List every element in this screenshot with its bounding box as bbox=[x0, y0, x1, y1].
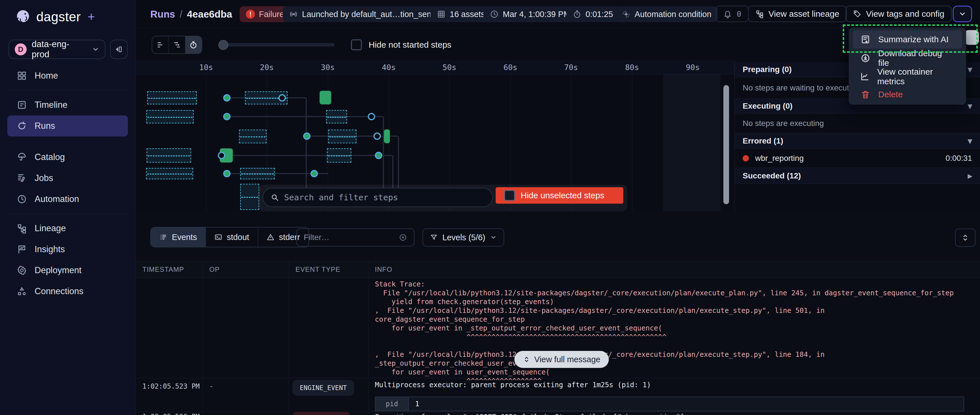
notifications-button[interactable]: 0 bbox=[716, 6, 749, 22]
clock-icon bbox=[490, 10, 499, 19]
step-bar-planned[interactable] bbox=[240, 184, 259, 210]
tab-stdout[interactable]: stdout bbox=[206, 228, 258, 247]
expand-log-panel-button[interactable] bbox=[955, 229, 975, 247]
sidebar-item-lineage[interactable]: Lineage bbox=[0, 218, 135, 239]
hide-not-started-checkbox[interactable] bbox=[351, 40, 362, 50]
breadcrumb-separator: / bbox=[180, 8, 183, 20]
section-title: Succeeded (12) bbox=[743, 171, 801, 180]
sidebar-item-label: Runs bbox=[35, 121, 55, 131]
event-info: Execution of run for "__ASSET_JOB" faile… bbox=[375, 413, 684, 415]
sidebar-divider bbox=[7, 90, 128, 91]
view-asset-lineage-button[interactable]: View asset lineage bbox=[748, 6, 847, 22]
axis-tick: 60s bbox=[504, 63, 517, 72]
view-full-message-button[interactable]: View full message bbox=[514, 351, 609, 368]
step-bar-planned[interactable] bbox=[146, 168, 193, 179]
event-timestamp: 1:02:05.523 PM bbox=[142, 382, 200, 390]
view-tags-config-button[interactable]: View tags and config bbox=[846, 6, 951, 22]
levels-label: Levels (5/6) bbox=[442, 233, 485, 242]
step-marker-ring bbox=[218, 152, 225, 159]
sidebar-item-home[interactable]: Home bbox=[0, 65, 135, 86]
menu-item-summarize-ai[interactable]: Summarize with AI bbox=[853, 30, 962, 48]
sidebar-item-label: Jobs bbox=[35, 173, 53, 183]
step-bar-succeeded[interactable] bbox=[320, 91, 331, 104]
log-filter-input[interactable]: Filter… bbox=[296, 228, 415, 246]
dependency-line bbox=[306, 98, 307, 190]
sidebar-item-label: Insights bbox=[35, 244, 65, 254]
gantt-zoom-slider-track[interactable] bbox=[222, 43, 335, 46]
step-bar-planned[interactable] bbox=[327, 148, 352, 163]
sensor-icon bbox=[289, 10, 298, 19]
run-actions-menu-button[interactable] bbox=[953, 6, 972, 22]
section-succeeded[interactable]: Succeeded (12) ▸ bbox=[735, 168, 980, 184]
gantt-zoom-slider-knob[interactable] bbox=[218, 40, 228, 50]
axis-tick: 50s bbox=[443, 63, 457, 72]
row-divider bbox=[135, 378, 980, 378]
flat-view-button[interactable] bbox=[152, 36, 169, 53]
menu-item-download-debug[interactable]: Download debug file bbox=[853, 49, 962, 67]
gantt-view-toggle bbox=[152, 36, 202, 54]
asset-lineage-icon bbox=[756, 10, 764, 18]
sidebar-item-runs[interactable]: Runs bbox=[7, 115, 128, 136]
sidebar-item-connections[interactable]: Connections bbox=[0, 281, 135, 302]
sidebar-item-timeline[interactable]: Timeline bbox=[0, 94, 135, 115]
sidebar-item-automation[interactable]: Automation bbox=[0, 188, 135, 210]
sidebar-item-insights[interactable]: Insights bbox=[0, 239, 135, 260]
step-marker-filled bbox=[310, 170, 318, 177]
warning-triangle-icon bbox=[267, 233, 275, 241]
gantt-gridline bbox=[632, 74, 632, 211]
col-op: OP bbox=[209, 265, 220, 273]
assets-grid-icon bbox=[437, 10, 446, 19]
errored-step-row[interactable]: wbr_reporting 0:00:31 bbox=[735, 148, 980, 168]
step-marker-filled bbox=[223, 170, 231, 177]
sidebar-item-deployment[interactable]: Deployment bbox=[0, 260, 135, 281]
deployment-name: data-eng-prod bbox=[32, 39, 87, 59]
sidebar-item-catalog[interactable]: Catalog bbox=[0, 147, 135, 168]
waterfall-view-button[interactable] bbox=[169, 36, 185, 53]
step-marker-ring bbox=[374, 132, 381, 140]
clear-filter-icon[interactable] bbox=[399, 233, 407, 242]
breadcrumb-runs-link[interactable]: Runs bbox=[150, 8, 175, 20]
gantt-filter-overlay: Search and filter steps Hide unselected … bbox=[259, 185, 627, 211]
logo-plus: + bbox=[88, 10, 95, 24]
column-divider bbox=[289, 261, 289, 415]
hide-unselected-label: Hide unselected steps bbox=[520, 191, 604, 200]
automation-condition-tag[interactable]: Automation condition bbox=[615, 6, 718, 22]
axis-tick: 70s bbox=[564, 63, 578, 72]
sidebar-item-label: Home bbox=[35, 71, 58, 81]
step-bar-planned[interactable] bbox=[146, 148, 191, 163]
terminal-icon bbox=[215, 233, 222, 241]
gantt-scrollbar-thumb[interactable] bbox=[723, 85, 729, 204]
deployment-switcher[interactable]: D data-eng-prod bbox=[8, 40, 105, 59]
hide-unselected-checkbox[interactable] bbox=[504, 190, 515, 201]
catalog-icon bbox=[16, 152, 27, 163]
step-bar-succeeded[interactable] bbox=[384, 129, 390, 143]
view-tags-config-label: View tags and config bbox=[866, 9, 944, 19]
dagster-logo[interactable]: dagster + bbox=[15, 8, 95, 25]
launched-by-tag[interactable]: Launched by default_aut…tion_sensor bbox=[283, 6, 449, 22]
timed-view-button[interactable] bbox=[185, 36, 202, 53]
menu-item-delete[interactable]: Delete bbox=[853, 85, 962, 104]
step-bar-planned[interactable] bbox=[240, 168, 275, 179]
collapse-sidebar-button[interactable] bbox=[110, 40, 127, 59]
home-icon bbox=[16, 70, 27, 81]
failure-icon: ! bbox=[246, 10, 255, 19]
sidebar-item-jobs[interactable]: Jobs bbox=[0, 168, 135, 188]
assets-tag[interactable]: 16 assets bbox=[430, 6, 491, 22]
up-down-chevrons-icon bbox=[961, 233, 969, 242]
menu-item-container-metrics[interactable]: View container metrics bbox=[853, 67, 962, 86]
section-errored[interactable]: Errored (1) ▾ bbox=[735, 133, 980, 148]
step-bar-planned[interactable] bbox=[328, 129, 356, 143]
sidebar-item-label: Deployment bbox=[35, 265, 81, 275]
levels-dropdown[interactable]: Levels (5/6) bbox=[423, 228, 504, 246]
step-marker-ring bbox=[368, 113, 375, 120]
stopwatch-icon bbox=[573, 10, 582, 19]
row-divider bbox=[135, 412, 980, 412]
step-search-input[interactable]: Search and filter steps bbox=[262, 188, 493, 207]
dependency-line bbox=[383, 117, 384, 190]
hide-unselected-highlight: Hide unselected steps bbox=[496, 187, 623, 204]
step-bar-planned[interactable] bbox=[147, 91, 197, 104]
tab-events[interactable]: Events bbox=[151, 228, 206, 247]
step-bar-planned[interactable] bbox=[326, 110, 347, 123]
step-bar-planned[interactable] bbox=[146, 110, 194, 123]
step-bar-planned[interactable] bbox=[239, 129, 267, 143]
